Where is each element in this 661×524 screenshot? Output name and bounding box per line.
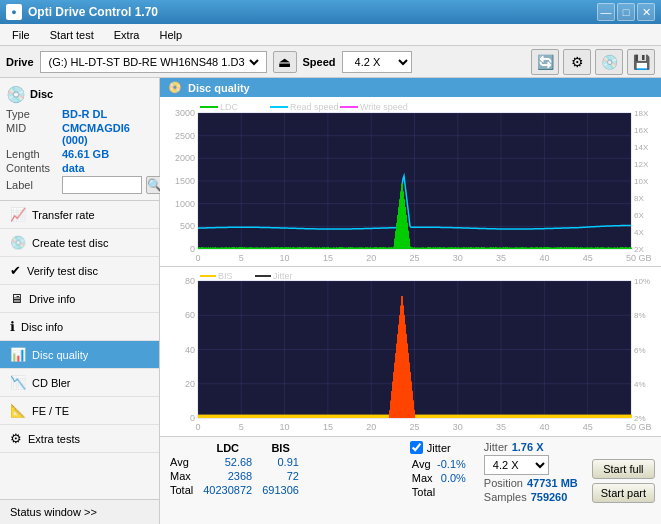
sidebar-item-verify-test-disc[interactable]: ✔ Verify test disc (0, 257, 159, 285)
disc-contents-value: data (62, 162, 85, 174)
nav-items: 📈 Transfer rate 💿 Create test disc ✔ Ver… (0, 201, 159, 499)
status-window-button[interactable]: Status window >> (0, 499, 159, 524)
jitter-max-val: 0.0% (437, 472, 466, 484)
disc-section-title: Disc (30, 88, 53, 100)
disc-contents-label: Contents (6, 162, 58, 174)
stats-row: LDC BIS Avg 52.68 0.91 Max 2368 72 Tot (160, 436, 661, 524)
start-full-button[interactable]: Start full (592, 459, 655, 479)
disc-type-value: BD-R DL (62, 108, 107, 120)
speed-select-row: 4.2 X (484, 455, 578, 475)
speed-current-label: Jitter (484, 441, 508, 453)
stats-total-bis: 691306 (260, 483, 307, 497)
fe-te-icon: 📐 (10, 403, 26, 418)
disc-contents-row: Contents data (6, 162, 153, 174)
disc-header: 💿 Disc (6, 84, 153, 104)
refresh-button[interactable]: 🔄 (531, 49, 559, 75)
main-layout: 💿 Disc Type BD-R DL MID CMCMAGDI6 (000) … (0, 78, 661, 524)
disc-length-value: 46.61 GB (62, 148, 109, 160)
stats-col-ldc: LDC (201, 441, 260, 455)
disc-mid-label: MID (6, 122, 58, 134)
drive-select-wrapper[interactable]: (G:) HL-DT-ST BD-RE WH16NS48 1.D3 (40, 51, 267, 73)
disc-icon: 💿 (6, 84, 26, 104)
sidebar-item-disc-quality[interactable]: 📊 Disc quality (0, 341, 159, 369)
speed-label: Speed (303, 56, 336, 68)
disc-quality-title: Disc quality (188, 82, 250, 94)
transfer-rate-icon: 📈 (10, 207, 26, 222)
jitter-section: Jitter Avg -0.1% Max 0.0% Total (402, 437, 476, 524)
stats-data-table: LDC BIS Avg 52.68 0.91 Max 2368 72 Tot (168, 441, 307, 497)
sidebar-item-transfer-rate[interactable]: 📈 Transfer rate (0, 201, 159, 229)
sidebar-item-cd-bler-label: CD Bler (32, 377, 71, 389)
jitter-stats-table: Avg -0.1% Max 0.0% Total (410, 456, 468, 500)
samples-value: 759260 (531, 491, 568, 503)
disc-quality-header: 📀 Disc quality (160, 78, 661, 97)
start-part-button[interactable]: Start part (592, 483, 655, 503)
sidebar-item-extra-tests[interactable]: ⚙ Extra tests (0, 425, 159, 453)
sidebar-item-disc-info-label: Disc info (21, 321, 63, 333)
speed-target-dropdown[interactable]: 4.2 X (484, 455, 549, 475)
chart-top (160, 97, 661, 267)
samples-label: Samples (484, 491, 527, 503)
jitter-avg-label: Avg (412, 458, 435, 470)
top-chart-canvas (160, 97, 661, 267)
maximize-button[interactable]: □ (617, 3, 635, 21)
disc-label-input[interactable] (62, 176, 142, 194)
jitter-checkbox-row: Jitter (410, 441, 468, 454)
position-label: Position (484, 477, 523, 489)
save-button[interactable]: 💾 (627, 49, 655, 75)
speed-dropdown[interactable]: 4.2 X (342, 51, 412, 73)
disc-info-icon: ℹ (10, 319, 15, 334)
window-controls: — □ ✕ (597, 3, 655, 21)
jitter-total-val (437, 486, 466, 498)
disc-type-label: Type (6, 108, 58, 120)
stats-avg-bis: 0.91 (260, 455, 307, 469)
close-button[interactable]: ✕ (637, 3, 655, 21)
stats-col-bis: BIS (260, 441, 307, 455)
jitter-avg-val: -0.1% (437, 458, 466, 470)
jitter-checkbox[interactable] (410, 441, 423, 454)
settings-button[interactable]: ⚙ (563, 49, 591, 75)
eject-button[interactable]: ⏏ (273, 51, 297, 73)
sidebar-item-fe-te[interactable]: 📐 FE / TE (0, 397, 159, 425)
sidebar-item-drive-info-label: Drive info (29, 293, 75, 305)
drive-label: Drive (6, 56, 34, 68)
sidebar-item-drive-info[interactable]: 🖥 Drive info (0, 285, 159, 313)
disc-length-label: Length (6, 148, 58, 160)
sidebar-item-create-test-disc[interactable]: 💿 Create test disc (0, 229, 159, 257)
minimize-button[interactable]: — (597, 3, 615, 21)
cd-bler-icon: 📉 (10, 375, 26, 390)
disc-mid-value: CMCMAGDI6 (000) (62, 122, 153, 146)
jitter-label: Jitter (427, 442, 451, 454)
disc-length-row: Length 46.61 GB (6, 148, 153, 160)
speed-label-row: Jitter 1.76 X (484, 441, 578, 453)
sidebar-item-disc-quality-label: Disc quality (32, 349, 88, 361)
start-buttons: Start full Start part (586, 437, 661, 524)
speed-current-value: 1.76 X (512, 441, 544, 453)
disc-quality-icon: 📊 (10, 347, 26, 362)
drive-dropdown[interactable]: (G:) HL-DT-ST BD-RE WH16NS48 1.D3 (45, 55, 262, 69)
bottom-chart-canvas (160, 267, 661, 436)
create-test-disc-icon: 💿 (10, 235, 26, 250)
chart-bottom (160, 267, 661, 436)
stats-max-label: Max (168, 469, 201, 483)
sidebar: 💿 Disc Type BD-R DL MID CMCMAGDI6 (000) … (0, 78, 160, 524)
status-window-label: Status window >> (10, 506, 97, 518)
stats-table: LDC BIS Avg 52.68 0.91 Max 2368 72 Tot (160, 437, 402, 524)
menu-help[interactable]: Help (151, 27, 190, 43)
disc-button[interactable]: 💿 (595, 49, 623, 75)
verify-test-disc-icon: ✔ (10, 263, 21, 278)
menu-file[interactable]: File (4, 27, 38, 43)
sidebar-item-transfer-rate-label: Transfer rate (32, 209, 95, 221)
title-bar-left: ● Opti Drive Control 1.70 (6, 4, 158, 20)
menu-extra[interactable]: Extra (106, 27, 148, 43)
stats-max-bis: 72 (260, 469, 307, 483)
sidebar-item-disc-info[interactable]: ℹ Disc info (0, 313, 159, 341)
menu-start-test[interactable]: Start test (42, 27, 102, 43)
sidebar-item-verify-test-disc-label: Verify test disc (27, 265, 98, 277)
sidebar-item-cd-bler[interactable]: 📉 CD Bler (0, 369, 159, 397)
position-row: Position 47731 MB (484, 477, 578, 489)
content-area: 📀 Disc quality LDC BIS (160, 78, 661, 524)
title-bar: ● Opti Drive Control 1.70 — □ ✕ (0, 0, 661, 24)
action-icons: 🔄 ⚙ 💿 💾 (531, 49, 655, 75)
sidebar-item-create-test-disc-label: Create test disc (32, 237, 108, 249)
